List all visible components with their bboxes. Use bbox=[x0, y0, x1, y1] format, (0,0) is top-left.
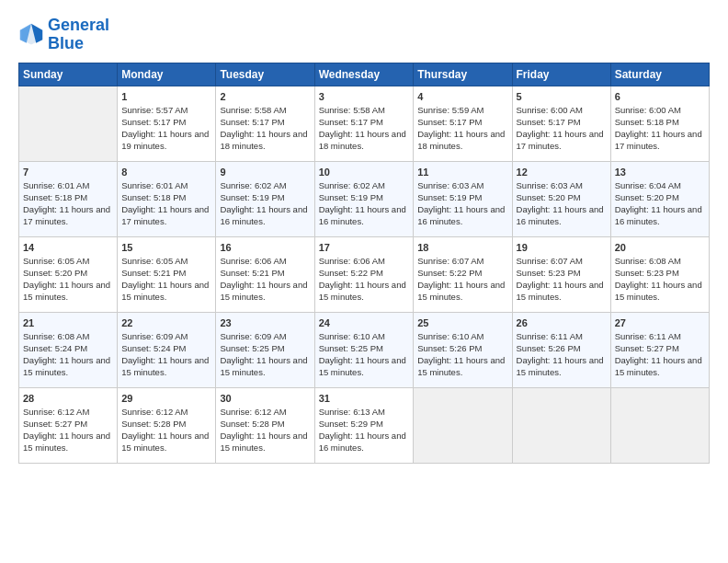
day-number: 20 bbox=[615, 241, 705, 255]
day-info: Sunrise: 6:06 AMSunset: 5:22 PMDaylight:… bbox=[319, 256, 406, 301]
header-cell-saturday: Saturday bbox=[610, 63, 709, 86]
calendar-cell: 17Sunrise: 6:06 AMSunset: 5:22 PMDayligh… bbox=[314, 236, 414, 312]
day-info: Sunrise: 6:00 AMSunset: 5:18 PMDaylight:… bbox=[615, 105, 702, 150]
calendar-cell: 14Sunrise: 6:05 AMSunset: 5:20 PMDayligh… bbox=[19, 236, 118, 312]
day-info: Sunrise: 6:09 AMSunset: 5:25 PMDaylight:… bbox=[220, 331, 307, 376]
calendar-cell: 15Sunrise: 6:05 AMSunset: 5:21 PMDayligh… bbox=[118, 236, 216, 312]
day-info: Sunrise: 6:02 AMSunset: 5:19 PMDaylight:… bbox=[220, 180, 307, 225]
day-number: 18 bbox=[417, 241, 507, 255]
day-number: 19 bbox=[517, 241, 607, 255]
day-number: 30 bbox=[220, 392, 310, 406]
calendar-cell: 2Sunrise: 5:58 AMSunset: 5:17 PMDaylight… bbox=[216, 86, 314, 161]
header-cell-thursday: Thursday bbox=[414, 63, 512, 86]
day-number: 23 bbox=[220, 316, 310, 330]
day-number: 21 bbox=[23, 316, 113, 330]
calendar-cell: 18Sunrise: 6:07 AMSunset: 5:22 PMDayligh… bbox=[414, 236, 512, 312]
day-number: 24 bbox=[319, 316, 410, 330]
day-info: Sunrise: 6:13 AMSunset: 5:29 PMDaylight:… bbox=[319, 407, 406, 452]
day-info: Sunrise: 6:01 AMSunset: 5:18 PMDaylight:… bbox=[23, 180, 110, 225]
day-info: Sunrise: 6:11 AMSunset: 5:26 PMDaylight:… bbox=[517, 331, 604, 376]
calendar-week-3: 21Sunrise: 6:08 AMSunset: 5:24 PMDayligh… bbox=[19, 312, 710, 387]
day-info: Sunrise: 6:09 AMSunset: 5:24 PMDaylight:… bbox=[121, 331, 209, 376]
logo: General Blue bbox=[18, 17, 109, 53]
day-info: Sunrise: 6:07 AMSunset: 5:22 PMDaylight:… bbox=[417, 256, 505, 301]
day-number: 16 bbox=[220, 241, 310, 255]
logo-icon bbox=[18, 22, 44, 48]
calendar-table: SundayMondayTuesdayWednesdayThursdayFrid… bbox=[18, 63, 710, 464]
day-number: 15 bbox=[121, 241, 211, 255]
calendar-cell: 23Sunrise: 6:09 AMSunset: 5:25 PMDayligh… bbox=[216, 312, 314, 387]
calendar-cell bbox=[19, 86, 118, 161]
calendar-cell: 31Sunrise: 6:13 AMSunset: 5:29 PMDayligh… bbox=[314, 387, 414, 463]
calendar-cell bbox=[610, 387, 709, 463]
calendar-cell: 30Sunrise: 6:12 AMSunset: 5:28 PMDayligh… bbox=[216, 387, 314, 463]
header-cell-wednesday: Wednesday bbox=[314, 63, 414, 86]
day-info: Sunrise: 6:12 AMSunset: 5:27 PMDaylight:… bbox=[23, 407, 110, 452]
day-info: Sunrise: 5:58 AMSunset: 5:17 PMDaylight:… bbox=[319, 105, 406, 150]
day-number: 17 bbox=[319, 241, 410, 255]
day-info: Sunrise: 6:04 AMSunset: 5:20 PMDaylight:… bbox=[615, 180, 702, 225]
header-cell-tuesday: Tuesday bbox=[216, 63, 314, 86]
calendar-cell: 24Sunrise: 6:10 AMSunset: 5:25 PMDayligh… bbox=[314, 312, 414, 387]
day-info: Sunrise: 6:08 AMSunset: 5:24 PMDaylight:… bbox=[23, 331, 110, 376]
day-number: 1 bbox=[121, 90, 211, 104]
day-info: Sunrise: 6:10 AMSunset: 5:26 PMDaylight:… bbox=[417, 331, 505, 376]
calendar-cell: 5Sunrise: 6:00 AMSunset: 5:17 PMDaylight… bbox=[512, 86, 610, 161]
calendar-week-2: 14Sunrise: 6:05 AMSunset: 5:20 PMDayligh… bbox=[19, 236, 710, 312]
calendar-cell: 8Sunrise: 6:01 AMSunset: 5:18 PMDaylight… bbox=[118, 161, 216, 236]
calendar-cell bbox=[512, 387, 610, 463]
calendar-cell: 19Sunrise: 6:07 AMSunset: 5:23 PMDayligh… bbox=[512, 236, 610, 312]
calendar-cell: 16Sunrise: 6:06 AMSunset: 5:21 PMDayligh… bbox=[216, 236, 314, 312]
calendar-cell: 25Sunrise: 6:10 AMSunset: 5:26 PMDayligh… bbox=[414, 312, 512, 387]
day-number: 4 bbox=[417, 90, 507, 104]
logo-text: General Blue bbox=[48, 17, 109, 53]
day-number: 28 bbox=[23, 392, 113, 406]
day-info: Sunrise: 5:57 AMSunset: 5:17 PMDaylight:… bbox=[121, 105, 209, 150]
day-info: Sunrise: 6:05 AMSunset: 5:20 PMDaylight:… bbox=[23, 256, 110, 301]
day-info: Sunrise: 6:07 AMSunset: 5:23 PMDaylight:… bbox=[517, 256, 604, 301]
day-info: Sunrise: 6:00 AMSunset: 5:17 PMDaylight:… bbox=[517, 105, 604, 150]
day-info: Sunrise: 6:12 AMSunset: 5:28 PMDaylight:… bbox=[121, 407, 209, 452]
calendar-week-0: 1Sunrise: 5:57 AMSunset: 5:17 PMDaylight… bbox=[19, 86, 710, 161]
day-info: Sunrise: 6:06 AMSunset: 5:21 PMDaylight:… bbox=[220, 256, 307, 301]
calendar-cell: 27Sunrise: 6:11 AMSunset: 5:27 PMDayligh… bbox=[610, 312, 709, 387]
day-info: Sunrise: 6:05 AMSunset: 5:21 PMDaylight:… bbox=[121, 256, 209, 301]
calendar-cell: 28Sunrise: 6:12 AMSunset: 5:27 PMDayligh… bbox=[19, 387, 118, 463]
header-cell-sunday: Sunday bbox=[19, 63, 118, 86]
day-number: 25 bbox=[417, 316, 507, 330]
calendar-header-row: SundayMondayTuesdayWednesdayThursdayFrid… bbox=[19, 63, 710, 86]
calendar-cell: 20Sunrise: 6:08 AMSunset: 5:23 PMDayligh… bbox=[610, 236, 709, 312]
day-info: Sunrise: 6:10 AMSunset: 5:25 PMDaylight:… bbox=[319, 331, 406, 376]
header: General Blue bbox=[18, 17, 710, 53]
day-number: 3 bbox=[319, 90, 410, 104]
day-number: 12 bbox=[517, 166, 607, 179]
calendar-cell: 4Sunrise: 5:59 AMSunset: 5:17 PMDaylight… bbox=[414, 86, 512, 161]
day-number: 27 bbox=[615, 316, 705, 330]
header-cell-monday: Monday bbox=[118, 63, 216, 86]
day-info: Sunrise: 5:59 AMSunset: 5:17 PMDaylight:… bbox=[417, 105, 505, 150]
calendar-cell: 13Sunrise: 6:04 AMSunset: 5:20 PMDayligh… bbox=[610, 161, 709, 236]
calendar-cell: 22Sunrise: 6:09 AMSunset: 5:24 PMDayligh… bbox=[118, 312, 216, 387]
calendar-cell: 3Sunrise: 5:58 AMSunset: 5:17 PMDaylight… bbox=[314, 86, 414, 161]
calendar-cell: 1Sunrise: 5:57 AMSunset: 5:17 PMDaylight… bbox=[118, 86, 216, 161]
day-number: 26 bbox=[517, 316, 607, 330]
day-number: 6 bbox=[615, 90, 705, 104]
header-cell-friday: Friday bbox=[512, 63, 610, 86]
day-number: 2 bbox=[220, 90, 310, 104]
day-number: 5 bbox=[517, 90, 607, 104]
calendar-cell: 21Sunrise: 6:08 AMSunset: 5:24 PMDayligh… bbox=[19, 312, 118, 387]
day-info: Sunrise: 6:03 AMSunset: 5:20 PMDaylight:… bbox=[517, 180, 604, 225]
calendar-body: 1Sunrise: 5:57 AMSunset: 5:17 PMDaylight… bbox=[19, 86, 710, 463]
day-info: Sunrise: 6:11 AMSunset: 5:27 PMDaylight:… bbox=[615, 331, 702, 376]
day-number: 22 bbox=[121, 316, 211, 330]
day-number: 29 bbox=[121, 392, 211, 406]
day-info: Sunrise: 6:12 AMSunset: 5:28 PMDaylight:… bbox=[220, 407, 307, 452]
day-number: 7 bbox=[23, 166, 113, 179]
day-number: 8 bbox=[121, 166, 211, 179]
day-info: Sunrise: 6:01 AMSunset: 5:18 PMDaylight:… bbox=[121, 180, 209, 225]
calendar-cell: 11Sunrise: 6:03 AMSunset: 5:19 PMDayligh… bbox=[414, 161, 512, 236]
calendar-cell bbox=[414, 387, 512, 463]
page-container: General Blue SundayMondayTuesdayWednesda… bbox=[0, 0, 728, 473]
day-number: 31 bbox=[319, 392, 410, 406]
day-number: 14 bbox=[23, 241, 113, 255]
